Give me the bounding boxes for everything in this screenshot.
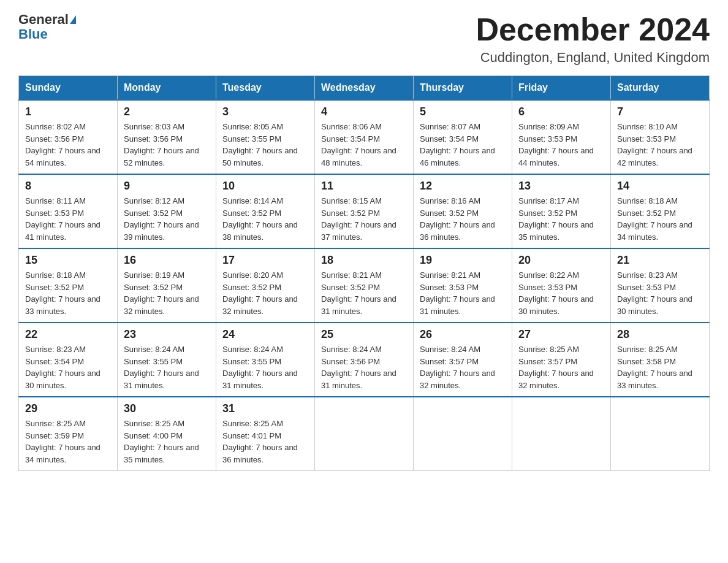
day-info: Sunrise: 8:18 AMSunset: 3:52 PMDaylight:… xyxy=(25,269,111,317)
calendar-cell xyxy=(512,397,611,471)
calendar-cell: 15 Sunrise: 8:18 AMSunset: 3:52 PMDaylig… xyxy=(19,248,118,323)
calendar-week-row: 1 Sunrise: 8:02 AMSunset: 3:56 PMDayligh… xyxy=(19,100,710,174)
day-info: Sunrise: 8:19 AMSunset: 3:52 PMDaylight:… xyxy=(124,269,210,317)
day-number: 31 xyxy=(222,402,308,415)
day-info: Sunrise: 8:22 AMSunset: 3:53 PMDaylight:… xyxy=(518,269,604,317)
day-info: Sunrise: 8:21 AMSunset: 3:52 PMDaylight:… xyxy=(321,269,407,317)
day-info: Sunrise: 8:16 AMSunset: 3:52 PMDaylight:… xyxy=(420,195,506,243)
day-number: 17 xyxy=(222,254,308,267)
day-info: Sunrise: 8:20 AMSunset: 3:52 PMDaylight:… xyxy=(222,269,308,317)
day-info: Sunrise: 8:21 AMSunset: 3:53 PMDaylight:… xyxy=(420,269,506,317)
calendar-cell: 30 Sunrise: 8:25 AMSunset: 4:00 PMDaylig… xyxy=(118,397,216,471)
day-info: Sunrise: 8:25 AMSunset: 4:00 PMDaylight:… xyxy=(124,418,210,465)
calendar-cell xyxy=(611,397,710,471)
calendar-cell: 24 Sunrise: 8:24 AMSunset: 3:55 PMDaylig… xyxy=(216,323,315,397)
calendar-cell: 9 Sunrise: 8:12 AMSunset: 3:52 PMDayligh… xyxy=(118,174,216,248)
day-number: 5 xyxy=(420,105,506,118)
day-number: 30 xyxy=(124,402,210,415)
calendar-header-friday: Friday xyxy=(512,76,611,101)
calendar-cell: 16 Sunrise: 8:19 AMSunset: 3:52 PMDaylig… xyxy=(118,248,216,323)
calendar-cell: 12 Sunrise: 8:16 AMSunset: 3:52 PMDaylig… xyxy=(414,174,512,248)
day-info: Sunrise: 8:14 AMSunset: 3:52 PMDaylight:… xyxy=(222,195,308,243)
calendar-cell: 31 Sunrise: 8:25 AMSunset: 4:01 PMDaylig… xyxy=(216,397,315,471)
calendar-cell: 8 Sunrise: 8:11 AMSunset: 3:53 PMDayligh… xyxy=(19,174,118,248)
calendar-table: SundayMondayTuesdayWednesdayThursdayFrid… xyxy=(18,75,710,471)
logo-blue-text: Blue xyxy=(18,27,76,42)
calendar-cell: 20 Sunrise: 8:22 AMSunset: 3:53 PMDaylig… xyxy=(512,248,611,323)
day-info: Sunrise: 8:07 AMSunset: 3:54 PMDaylight:… xyxy=(420,121,506,169)
logo: General Blue xyxy=(18,12,76,42)
day-number: 28 xyxy=(617,328,703,341)
calendar-cell: 4 Sunrise: 8:06 AMSunset: 3:54 PMDayligh… xyxy=(315,100,414,174)
calendar-cell: 11 Sunrise: 8:15 AMSunset: 3:52 PMDaylig… xyxy=(315,174,414,248)
day-info: Sunrise: 8:15 AMSunset: 3:52 PMDaylight:… xyxy=(321,195,407,243)
day-number: 21 xyxy=(617,254,703,267)
calendar-header-thursday: Thursday xyxy=(414,76,512,101)
day-info: Sunrise: 8:06 AMSunset: 3:54 PMDaylight:… xyxy=(321,121,407,169)
day-info: Sunrise: 8:24 AMSunset: 3:55 PMDaylight:… xyxy=(124,343,210,391)
calendar-cell: 3 Sunrise: 8:05 AMSunset: 3:55 PMDayligh… xyxy=(216,100,315,174)
calendar-header-monday: Monday xyxy=(118,76,216,101)
calendar-cell: 28 Sunrise: 8:25 AMSunset: 3:58 PMDaylig… xyxy=(611,323,710,397)
day-number: 11 xyxy=(321,180,407,193)
calendar-cell: 23 Sunrise: 8:24 AMSunset: 3:55 PMDaylig… xyxy=(118,323,216,397)
day-info: Sunrise: 8:18 AMSunset: 3:52 PMDaylight:… xyxy=(617,195,703,243)
day-info: Sunrise: 8:24 AMSunset: 3:55 PMDaylight:… xyxy=(222,343,308,391)
calendar-header-tuesday: Tuesday xyxy=(216,76,315,101)
day-number: 22 xyxy=(25,328,111,341)
calendar-cell: 14 Sunrise: 8:18 AMSunset: 3:52 PMDaylig… xyxy=(611,174,710,248)
day-number: 20 xyxy=(518,254,604,267)
day-number: 29 xyxy=(25,402,111,415)
calendar-header-sunday: Sunday xyxy=(19,76,118,101)
day-number: 15 xyxy=(25,254,111,267)
title-block: December 2024 Cuddington, England, Unite… xyxy=(476,12,710,66)
day-info: Sunrise: 8:25 AMSunset: 3:59 PMDaylight:… xyxy=(25,418,111,465)
calendar-cell: 25 Sunrise: 8:24 AMSunset: 3:56 PMDaylig… xyxy=(315,323,414,397)
day-number: 19 xyxy=(420,254,506,267)
day-number: 2 xyxy=(124,105,210,118)
calendar-cell: 10 Sunrise: 8:14 AMSunset: 3:52 PMDaylig… xyxy=(216,174,315,248)
calendar-header-row: SundayMondayTuesdayWednesdayThursdayFrid… xyxy=(19,76,710,101)
day-info: Sunrise: 8:24 AMSunset: 3:57 PMDaylight:… xyxy=(420,343,506,391)
calendar-week-row: 8 Sunrise: 8:11 AMSunset: 3:53 PMDayligh… xyxy=(19,174,710,248)
day-number: 25 xyxy=(321,328,407,341)
day-info: Sunrise: 8:09 AMSunset: 3:53 PMDaylight:… xyxy=(518,121,604,169)
calendar-cell: 13 Sunrise: 8:17 AMSunset: 3:52 PMDaylig… xyxy=(512,174,611,248)
day-info: Sunrise: 8:02 AMSunset: 3:56 PMDaylight:… xyxy=(25,121,111,169)
calendar-cell: 27 Sunrise: 8:25 AMSunset: 3:57 PMDaylig… xyxy=(512,323,611,397)
day-number: 23 xyxy=(124,328,210,341)
day-number: 27 xyxy=(518,328,604,341)
calendar-cell xyxy=(414,397,512,471)
day-number: 13 xyxy=(518,180,604,193)
calendar-cell: 22 Sunrise: 8:23 AMSunset: 3:54 PMDaylig… xyxy=(19,323,118,397)
day-number: 18 xyxy=(321,254,407,267)
day-number: 10 xyxy=(222,180,308,193)
day-info: Sunrise: 8:25 AMSunset: 4:01 PMDaylight:… xyxy=(222,418,308,465)
calendar-cell: 2 Sunrise: 8:03 AMSunset: 3:56 PMDayligh… xyxy=(118,100,216,174)
day-number: 14 xyxy=(617,180,703,193)
calendar-cell: 18 Sunrise: 8:21 AMSunset: 3:52 PMDaylig… xyxy=(315,248,414,323)
day-info: Sunrise: 8:03 AMSunset: 3:56 PMDaylight:… xyxy=(124,121,210,169)
calendar-cell: 1 Sunrise: 8:02 AMSunset: 3:56 PMDayligh… xyxy=(19,100,118,174)
calendar-cell: 6 Sunrise: 8:09 AMSunset: 3:53 PMDayligh… xyxy=(512,100,611,174)
calendar-header-saturday: Saturday xyxy=(611,76,710,101)
month-title: December 2024 xyxy=(476,12,710,47)
calendar-cell: 29 Sunrise: 8:25 AMSunset: 3:59 PMDaylig… xyxy=(19,397,118,471)
day-number: 12 xyxy=(420,180,506,193)
page-header: General Blue December 2024 Cuddington, E… xyxy=(18,12,710,66)
calendar-cell: 21 Sunrise: 8:23 AMSunset: 3:53 PMDaylig… xyxy=(611,248,710,323)
day-number: 1 xyxy=(25,105,111,118)
day-info: Sunrise: 8:12 AMSunset: 3:52 PMDaylight:… xyxy=(124,195,210,243)
logo-triangle-icon xyxy=(70,15,76,24)
day-number: 24 xyxy=(222,328,308,341)
logo-general-text: General xyxy=(18,12,69,27)
day-info: Sunrise: 8:25 AMSunset: 3:58 PMDaylight:… xyxy=(617,343,703,391)
day-info: Sunrise: 8:23 AMSunset: 3:54 PMDaylight:… xyxy=(25,343,111,391)
day-number: 4 xyxy=(321,105,407,118)
day-info: Sunrise: 8:24 AMSunset: 3:56 PMDaylight:… xyxy=(321,343,407,391)
calendar-week-row: 29 Sunrise: 8:25 AMSunset: 3:59 PMDaylig… xyxy=(19,397,710,471)
location-title: Cuddington, England, United Kingdom xyxy=(476,50,710,66)
calendar-cell: 26 Sunrise: 8:24 AMSunset: 3:57 PMDaylig… xyxy=(414,323,512,397)
day-info: Sunrise: 8:10 AMSunset: 3:53 PMDaylight:… xyxy=(617,121,703,169)
calendar-cell: 5 Sunrise: 8:07 AMSunset: 3:54 PMDayligh… xyxy=(414,100,512,174)
